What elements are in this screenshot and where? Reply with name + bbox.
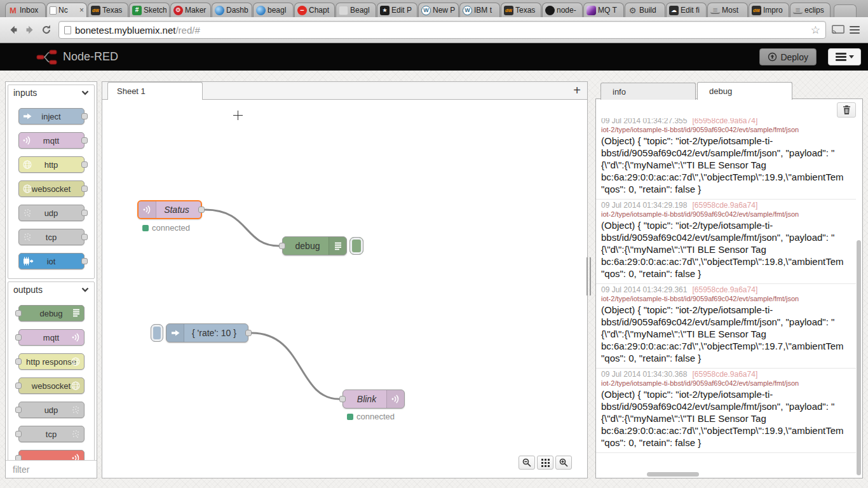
palette-node-mqtt[interactable]: mqtt	[18, 329, 85, 346]
zoom-in-button[interactable]	[555, 456, 572, 470]
browser-tab-strip: M Inbox × Nc × dW Texas × # Sketch × ⚙ M…	[0, 0, 868, 17]
palette-node-debug[interactable]: debug	[18, 305, 85, 322]
palette-node-iot[interactable]: iot	[18, 253, 85, 269]
node-port[interactable]	[81, 234, 88, 240]
wire[interactable]	[205, 210, 279, 246]
app-menu-button[interactable]	[828, 48, 861, 65]
browser-tab[interactable]: Dashb ×	[212, 3, 252, 17]
node-port[interactable]	[81, 137, 88, 144]
browser-tab[interactable]: W New P ×	[418, 3, 459, 17]
sidebar-tab-bar: info debug	[595, 81, 863, 99]
node-port[interactable]	[81, 186, 88, 192]
browser-tab[interactable]: ≡ Most ×	[707, 3, 748, 17]
node-port[interactable]	[81, 258, 88, 264]
input-port[interactable]	[279, 243, 285, 249]
debug-body: (Object) { "topic": "iot-2/type/iotsampl…	[601, 304, 856, 364]
palette-node-http response[interactable]: http response	[18, 353, 85, 370]
sidebar-tab-info[interactable]: info	[600, 83, 696, 100]
tab-label: Most	[722, 6, 745, 15]
reload-button[interactable]	[38, 22, 55, 38]
node-port[interactable]	[15, 358, 22, 365]
palette-node-websocket[interactable]: websocket	[18, 377, 85, 394]
sidebar-tab-debug[interactable]: debug	[697, 82, 792, 100]
debug-timestamp: 09 Jul 2014 01:34:30.368	[601, 370, 687, 379]
node-port[interactable]	[81, 113, 88, 119]
tab-label: Build	[639, 6, 662, 15]
wire[interactable]	[252, 333, 339, 399]
palette-node-udp[interactable]: udp	[18, 205, 85, 221]
browser-tab[interactable]: Beagl ×	[336, 3, 376, 17]
palette-node-mqtt[interactable]: mqtt	[18, 132, 85, 149]
blue-favicon	[256, 6, 266, 15]
browser-tab[interactable]: node- ×	[542, 3, 583, 17]
palette-node-http[interactable]: http	[18, 156, 85, 173]
browser-tab[interactable]: Nc ×	[46, 3, 87, 17]
input-port[interactable]	[339, 396, 346, 402]
browser-tab[interactable]: ⚙ Maker ×	[170, 3, 211, 17]
browser-tab[interactable]: M Inbox ×	[5, 3, 46, 17]
palette-node-inject[interactable]: inject	[18, 108, 85, 125]
deploy-button[interactable]: Deploy	[759, 48, 817, 65]
cursor-crosshair	[233, 111, 243, 120]
palette-node-tcp[interactable]: tcp	[18, 229, 85, 245]
palette-section-header[interactable]: outputs	[8, 282, 94, 297]
node-port[interactable]	[15, 455, 22, 460]
flow-node-inject1[interactable]: { 'rate': 10 }	[166, 323, 248, 342]
debug-toggle-button[interactable]	[349, 237, 363, 255]
node-palette: inputs inject mqtt http websocket udp	[5, 81, 97, 478]
palette-filter-input[interactable]	[13, 464, 97, 475]
bookmark-star-icon[interactable]: ☆	[811, 24, 820, 37]
new-tab-button[interactable]	[834, 4, 857, 17]
chevron-down-icon	[81, 287, 89, 292]
node-port[interactable]	[15, 383, 22, 389]
browser-tab[interactable]: dW Texas ×	[501, 3, 541, 17]
back-button[interactable]	[5, 22, 22, 38]
forward-button[interactable]	[22, 22, 38, 38]
flow-canvas[interactable]: Status connected debug { 'rate': 10 } Bl…	[102, 100, 587, 478]
flow-node-status[interactable]: Status connected	[137, 200, 202, 219]
tab-close-icon[interactable]: ×	[79, 6, 84, 15]
cast-icon[interactable]	[830, 22, 846, 38]
browser-tab[interactable]: − Chapt ×	[294, 3, 335, 17]
add-sheet-button[interactable]: +	[573, 83, 581, 98]
palette-section-header[interactable]: inputs	[8, 85, 94, 100]
flow-node-blink[interactable]: Blink connected	[342, 390, 405, 409]
tab-label: Edit P	[391, 6, 414, 15]
browser-tab[interactable]: dW Impro ×	[749, 3, 789, 17]
browser-tab[interactable]: dW Texas ×	[88, 3, 128, 17]
output-port[interactable]	[198, 207, 205, 213]
sheet-tab[interactable]: Sheet 1	[107, 82, 203, 100]
palette-node-udp[interactable]: udp	[18, 402, 85, 418]
url-bar[interactable]: bonetest.mybluemix.net/red/# ☆	[58, 21, 826, 39]
palette-node-tcp[interactable]: tcp	[18, 426, 85, 442]
horizontal-scrollbar-thumb[interactable]	[647, 472, 699, 477]
browser-tab[interactable]: ★ Edit P ×	[377, 3, 417, 17]
palette-node-hidden[interactable]	[18, 450, 85, 460]
zoom-reset-button[interactable]	[537, 456, 553, 470]
clear-debug-button[interactable]	[837, 102, 856, 118]
browser-tab[interactable]: MQ T ×	[583, 3, 624, 17]
node-port[interactable]	[81, 161, 88, 168]
node-port[interactable]	[15, 334, 22, 341]
node-port[interactable]	[15, 407, 22, 413]
browser-tab[interactable]: ☁ Edit fi ×	[666, 3, 707, 17]
browser-menu-icon[interactable]	[846, 22, 863, 38]
browser-tab[interactable]: ⚙ Build ×	[625, 3, 665, 17]
browser-tab[interactable]: W IBM t ×	[459, 3, 500, 17]
tab-label: New P	[433, 6, 456, 15]
flow-node-debug1[interactable]: debug	[282, 236, 347, 255]
node-port[interactable]	[15, 310, 22, 316]
radio-icon	[139, 201, 156, 218]
browser-tab[interactable]: ≡ eclips ×	[790, 3, 831, 17]
output-port[interactable]	[245, 330, 252, 336]
palette-node-websocket[interactable]: websocket	[18, 180, 85, 197]
zoom-out-button[interactable]	[519, 456, 535, 470]
node-port[interactable]	[81, 210, 88, 216]
inject-button[interactable]	[151, 324, 163, 342]
debug-msgid: [65958cde.9a6a74]	[692, 370, 757, 379]
node-port[interactable]	[15, 431, 22, 437]
sidebar-resize-grip[interactable]	[587, 257, 592, 295]
vertical-scrollbar-thumb[interactable]	[857, 240, 861, 475]
browser-tab[interactable]: beagl ×	[253, 3, 294, 17]
browser-tab[interactable]: # Sketch ×	[129, 3, 170, 17]
